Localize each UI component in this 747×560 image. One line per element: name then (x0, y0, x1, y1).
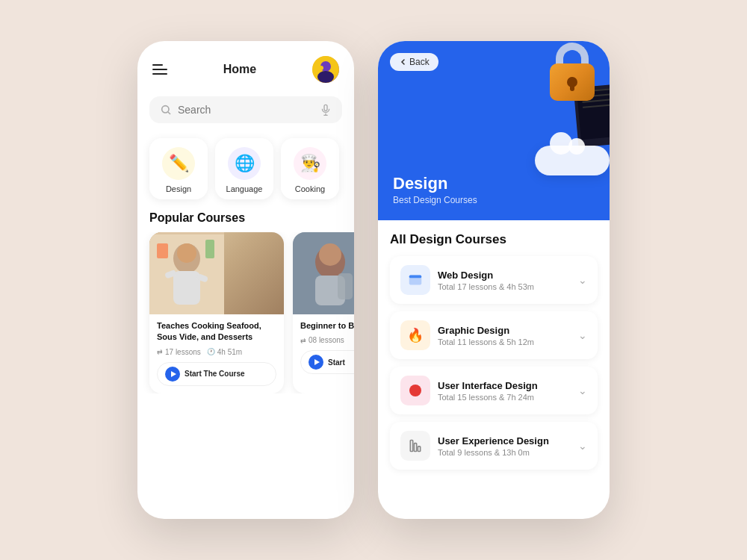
start-course-cooking-button[interactable]: Start The Course (157, 362, 276, 386)
hero-title: Design (393, 174, 477, 193)
hamburger-menu[interactable] (152, 64, 167, 75)
categories-row: ✏️ Design 🌐 Language 👨‍🍳 Cooking (137, 129, 354, 208)
graphic-design-chevron-icon: ⌄ (578, 329, 587, 341)
course-item-graphic-design[interactable]: 🔥 Graphic Design Total 11 lessons & 5h 1… (390, 311, 598, 359)
ux-design-info: User Experience Design Total 9 lessons &… (438, 435, 571, 457)
svg-rect-11 (173, 271, 200, 305)
ui-design-name: User Interface Design (438, 380, 571, 391)
svg-point-20 (319, 243, 341, 266)
course-barber-title: Beginner to Barber NVQ (300, 320, 354, 332)
design-label: Design (166, 184, 191, 193)
svg-point-4 (162, 106, 169, 113)
hero-content: Design Best Design Courses (393, 174, 477, 205)
category-language[interactable]: 🌐 Language (215, 138, 273, 199)
ux-design-icon (400, 431, 430, 461)
course-barber-meta: ⇄ 08 lessons (300, 336, 354, 344)
back-button[interactable]: Back (390, 53, 438, 71)
svg-rect-17 (205, 240, 214, 258)
hero-section: Back (378, 41, 610, 220)
course-cooking-meta: ⇄ 17 lessons 🕐 4h 51m (157, 348, 276, 356)
barber-lessons: ⇄ 08 lessons (300, 336, 344, 344)
svg-point-2 (317, 71, 334, 83)
web-design-icon (400, 265, 430, 295)
course-barber-info: Beginner to Barber NVQ ⇄ 08 lessons Star… (293, 314, 354, 382)
search-input[interactable] (178, 104, 314, 116)
course-cooking-info: Teaches Cooking Seafood, Sous Vide, and … (149, 314, 284, 393)
svg-point-3 (319, 66, 323, 70)
lock-decoration (550, 63, 595, 101)
ui-design-meta: Total 15 lessons & 7h 24m (438, 393, 571, 402)
graphic-design-info: Graphic Design Total 11 lessons & 5h 12m (438, 325, 571, 346)
ui-design-icon (400, 376, 430, 405)
back-chevron-icon (399, 58, 406, 66)
play-icon (165, 367, 180, 382)
cooking-label: Cooking (295, 184, 325, 193)
left-phone: Home ✏️ Design 🌐 Language (137, 41, 354, 519)
avatar[interactable] (312, 56, 339, 83)
course-cooking-thumbnail (149, 232, 284, 314)
web-design-info: Web Design Total 17 lessons & 4h 53m (438, 270, 571, 291)
svg-rect-27 (418, 447, 420, 452)
design-icon-bg: ✏️ (162, 147, 195, 180)
course-item-web-design[interactable]: Web Design Total 17 lessons & 4h 53m ⌄ (390, 256, 598, 304)
microphone-icon[interactable] (320, 104, 332, 116)
start-course-barber-button[interactable]: Start (300, 350, 354, 374)
lessons-count: ⇄ 17 lessons (157, 348, 201, 356)
ux-design-name: User Experience Design (438, 435, 571, 447)
search-icon (160, 104, 172, 116)
svg-rect-22 (338, 273, 353, 299)
web-design-meta: Total 17 lessons & 4h 53m (438, 282, 571, 291)
courses-list-title: All Design Courses (390, 232, 598, 247)
svg-rect-24 (409, 276, 422, 279)
course-barber[interactable]: Beginner to Barber NVQ ⇄ 08 lessons Star… (293, 232, 354, 393)
web-design-name: Web Design (438, 270, 571, 281)
ux-design-chevron-icon: ⌄ (578, 440, 587, 452)
hero-subtitle: Best Design Courses (393, 195, 477, 205)
svg-rect-26 (414, 444, 416, 452)
popular-courses-title: Popular Courses (137, 208, 354, 232)
right-phone: Back (378, 41, 610, 519)
svg-rect-16 (157, 243, 168, 258)
cooking-icon-bg: 👨‍🍳 (294, 147, 326, 180)
svg-rect-25 (410, 441, 412, 452)
hero-decoration (483, 49, 610, 213)
left-phone-header: Home (137, 41, 354, 90)
course-item-ui-design[interactable]: User Interface Design Total 15 lessons &… (390, 367, 598, 414)
category-cooking[interactable]: 👨‍🍳 Cooking (281, 138, 339, 199)
svg-rect-5 (324, 105, 327, 111)
graphic-design-meta: Total 11 lessons & 5h 12m (438, 337, 571, 346)
web-design-chevron-icon: ⌄ (578, 274, 587, 286)
cloud-decoration (535, 146, 610, 183)
course-cooking[interactable]: Teaches Cooking Seafood, Sous Vide, and … (149, 232, 284, 393)
duration: 🕐 4h 51m (207, 348, 242, 356)
course-cooking-title: Teaches Cooking Seafood, Sous Vide, and … (157, 320, 276, 343)
ui-design-chevron-icon: ⌄ (578, 385, 587, 396)
graphic-design-icon: 🔥 (400, 320, 430, 350)
graphic-design-name: Graphic Design (438, 325, 571, 336)
courses-scroll: Teaches Cooking Seafood, Sous Vide, and … (137, 232, 354, 393)
language-icon-bg: 🌐 (228, 147, 261, 180)
ui-design-info: User Interface Design Total 15 lessons &… (438, 380, 571, 402)
category-design[interactable]: ✏️ Design (149, 138, 208, 199)
play-icon (309, 355, 323, 370)
search-bar[interactable] (149, 96, 342, 123)
course-barber-thumbnail (293, 232, 354, 314)
course-item-ux-design[interactable]: User Experience Design Total 9 lessons &… (390, 422, 598, 470)
page-title: Home (223, 63, 256, 76)
ux-design-meta: Total 9 lessons & 13h 0m (438, 448, 571, 457)
courses-list: All Design Courses Web Design Total 17 l… (378, 220, 610, 519)
svg-rect-15 (149, 232, 224, 234)
svg-point-12 (177, 243, 196, 263)
language-label: Language (226, 184, 263, 193)
